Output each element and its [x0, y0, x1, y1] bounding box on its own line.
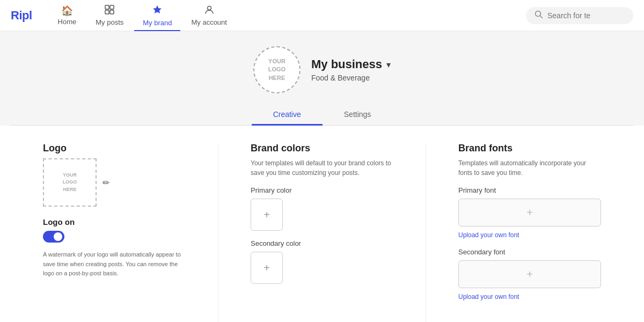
logo-on-label: Logo on [43, 217, 186, 226]
brand-fonts-section: Brand fonts Templates will automatically… [458, 143, 601, 322]
secondary-font-label: Secondary font [458, 248, 601, 256]
search-input[interactable] [547, 11, 625, 20]
logo-section: Logo YOURLOGOHERE ✏ Logo on A watermark … [43, 143, 186, 322]
tab-creative[interactable]: Creative [252, 105, 323, 126]
brand-name: My business [311, 57, 382, 71]
secondary-font-add-button[interactable]: + [458, 260, 601, 288]
logo-on-toggle[interactable] [43, 231, 64, 243]
svg-point-4 [207, 6, 211, 10]
logo-section-title: Logo [43, 143, 186, 154]
svg-rect-1 [110, 5, 114, 9]
brand-category: Food & Beverage [311, 74, 391, 82]
brand-tabs: Creative Settings [11, 104, 633, 126]
upload-primary-font-link[interactable]: Upload your own font [458, 231, 519, 239]
brand-colors-desc: Your templates will default to your bran… [251, 158, 393, 178]
brand-header: YOURLOGOHERE My business ▾ Food & Bevera… [0, 31, 644, 126]
account-icon [204, 5, 214, 17]
brand-fonts-desc: Templates will automatically incorporate… [458, 158, 601, 178]
grid-icon [105, 5, 114, 17]
svg-rect-2 [105, 10, 109, 14]
svg-rect-0 [105, 5, 109, 9]
logo-preview[interactable]: YOURLOGOHERE [43, 158, 97, 207]
upload-secondary-font-link[interactable]: Upload your own font [458, 293, 519, 301]
edit-icon[interactable]: ✏ [103, 178, 109, 188]
primary-color-label: Primary color [251, 186, 393, 194]
brand-colors-title: Brand colors [251, 143, 393, 154]
logo-placeholder-text: YOURLOGOHERE [63, 172, 77, 194]
brand-info: YOURLOGOHERE My business ▾ Food & Bevera… [253, 46, 391, 93]
nav-home[interactable]: 🏠 Home [49, 2, 85, 30]
app-logo: Ripl [11, 9, 32, 23]
home-icon: 🏠 [61, 5, 73, 17]
chevron-down-icon[interactable]: ▾ [386, 60, 391, 70]
secondary-color-add-button[interactable]: + [251, 252, 283, 284]
primary-font-label: Primary font [458, 186, 601, 194]
brand-fonts-title: Brand fonts [458, 143, 601, 154]
nav-items: 🏠 Home My posts My brand [49, 1, 526, 31]
primary-color-add-button[interactable]: + [251, 199, 283, 231]
main-content: Logo YOURLOGOHERE ✏ Logo on A watermark … [0, 126, 644, 322]
brand-name-row: My business ▾ [311, 57, 391, 71]
tab-settings[interactable]: Settings [323, 105, 393, 126]
search-icon [535, 10, 543, 21]
secondary-color-label: Secondary color [251, 239, 393, 247]
nav-my-posts[interactable]: My posts [87, 2, 132, 31]
logo-preview-wrapper: YOURLOGOHERE ✏ [43, 158, 97, 207]
star-icon [152, 4, 163, 18]
brand-colors-section: Brand colors Your templates will default… [251, 143, 393, 322]
navbar: Ripl 🏠 Home My posts My bran [0, 0, 644, 31]
search-bar[interactable] [526, 7, 633, 24]
toggle-wrapper [43, 231, 186, 245]
primary-font-add-button[interactable]: + [458, 199, 601, 226]
nav-my-account[interactable]: My account [182, 2, 235, 31]
logo-on-desc: A watermark of your logo will automatica… [43, 250, 186, 279]
divider-2 [426, 143, 426, 322]
brand-name-area: My business ▾ Food & Beverage [311, 57, 391, 82]
nav-my-brand[interactable]: My brand [134, 1, 180, 31]
brand-logo-circle[interactable]: YOURLOGOHERE [253, 46, 301, 93]
svg-rect-3 [110, 10, 114, 14]
divider-1 [218, 143, 218, 322]
